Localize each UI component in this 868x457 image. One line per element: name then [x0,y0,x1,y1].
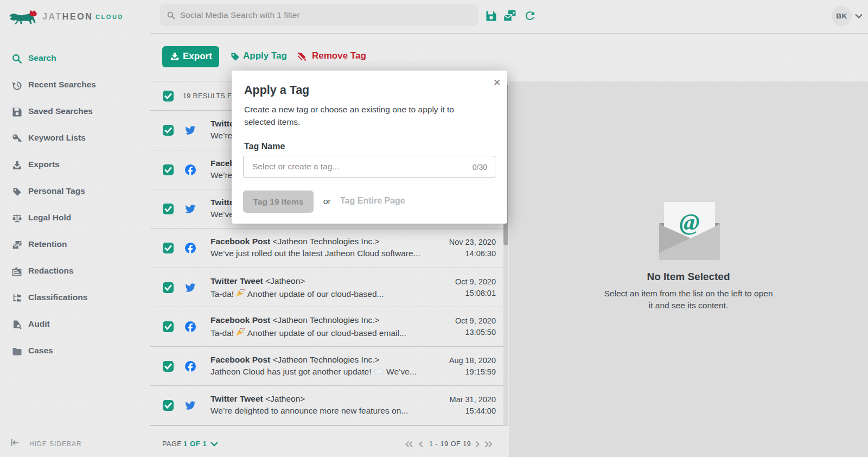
svg-text:@: @ [679,208,699,236]
